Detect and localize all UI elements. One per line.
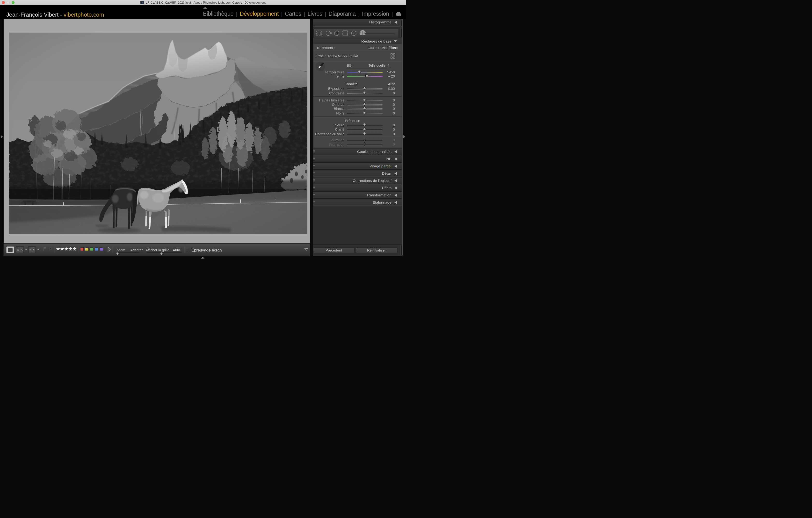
svg-text:Y: Y — [33, 248, 35, 252]
svg-text:R: R — [17, 248, 19, 252]
svg-text:A: A — [21, 248, 23, 252]
svg-text:Y: Y — [29, 248, 31, 252]
